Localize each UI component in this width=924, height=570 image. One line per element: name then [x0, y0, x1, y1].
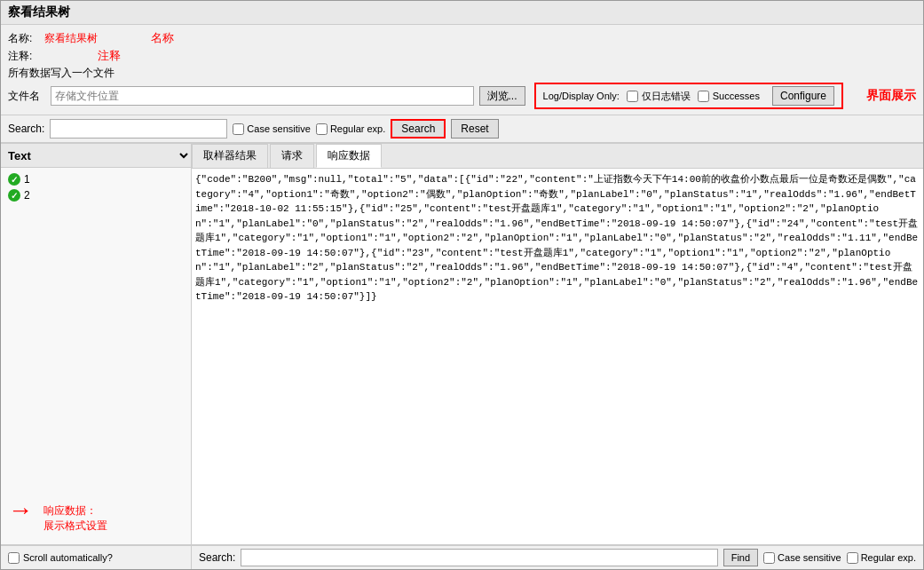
scroll-checkbox-group: Scroll automatically? [8, 552, 113, 564]
reset-button[interactable]: Reset [451, 119, 498, 139]
bottom-regular-label: Regular exp. [861, 552, 916, 563]
log-label: Log/Display Only: [543, 91, 620, 101]
log-display-box: Log/Display Only: 仅日志错误 Successes Config… [534, 83, 843, 109]
scroll-label: Scroll automatically? [23, 552, 113, 563]
successes-checkbox-group: Successes [698, 91, 760, 102]
regular-exp-checkbox[interactable] [316, 123, 328, 135]
tree-item-2[interactable]: ✓ 2 [4, 187, 187, 203]
comment-label: 注释: [8, 49, 39, 64]
text-format-select[interactable]: Text [1, 144, 191, 167]
bottom-regular-checkbox[interactable] [847, 552, 858, 564]
bottom-right-bar: Search: Find Case sensitive Regular exp. [192, 545, 923, 569]
bottom-case-sensitive-group: Case sensitive [763, 552, 841, 564]
title-bar: 察看结果树 [1, 1, 923, 25]
bottom-search-label: Search: [199, 551, 235, 564]
comment-row: 注释: 注释 [8, 48, 916, 64]
successes-label: Successes [713, 91, 760, 101]
main-content: Text ✓ 1 ✓ 2 → 响应数据： 展示格式设置 [1, 143, 923, 544]
bottom-regular-exp-group: Regular exp. [847, 552, 916, 564]
red-arrow-icon: → [8, 496, 33, 525]
comment-placeholder-label: 注释 [98, 48, 121, 64]
annotation-text: 响应数据： 展示格式设置 [36, 500, 115, 537]
interface-label: 界面展示 [866, 88, 916, 104]
left-panel: Text ✓ 1 ✓ 2 → 响应数据： 展示格式设置 [1, 144, 192, 544]
case-sensitive-label: Case sensitive [247, 123, 311, 134]
text-dropdown-row: Text [1, 144, 191, 168]
configure-button[interactable]: Configure [772, 86, 834, 106]
search-button[interactable]: Search [391, 119, 446, 139]
tree-area: ✓ 1 ✓ 2 [1, 168, 191, 493]
browse-button[interactable]: 浏览... [479, 86, 525, 106]
file-name-label: 文件名 [8, 89, 40, 104]
tabs-row: 取样器结果 请求 响应数据 [192, 144, 923, 169]
bottom-case-label: Case sensitive [778, 552, 841, 563]
regular-exp-label: Regular exp. [330, 123, 385, 134]
find-button[interactable]: Find [723, 549, 758, 566]
tree-item-1-label: 1 [24, 173, 30, 186]
regular-exp-group: Regular exp. [316, 123, 385, 135]
window-title: 察看结果树 [8, 4, 70, 19]
tab-request[interactable]: 请求 [270, 144, 314, 168]
tree-icon-1: ✓ [8, 173, 20, 186]
file-row: 文件名 浏览... Log/Display Only: 仅日志错误 Succes… [8, 83, 916, 109]
file-path-input[interactable] [51, 86, 474, 106]
content-area: {"code":"B200","msg":null,"total":"5","d… [192, 169, 923, 544]
case-sensitive-checkbox[interactable] [233, 123, 244, 135]
file-all-label: 所有数据写入一个文件 [8, 66, 916, 81]
bottom-area: Scroll automatically? Search: Find Case … [1, 544, 923, 569]
annotation-area: → 响应数据： 展示格式设置 [1, 493, 191, 544]
name-placeholder-label: 名称 [151, 30, 174, 46]
tab-sampler[interactable]: 取样器结果 [192, 144, 268, 168]
errors-checkbox[interactable] [627, 91, 638, 102]
search-top-label: Search: [8, 123, 44, 135]
name-row: 名称: 察看结果树 名称 [8, 30, 916, 46]
errors-label: 仅日志错误 [642, 90, 691, 103]
tree-item[interactable]: ✓ 1 [4, 171, 187, 187]
tree-item-2-label: 2 [24, 189, 30, 202]
name-value: 察看结果树 [44, 31, 98, 46]
case-sensitive-group: Case sensitive [233, 123, 311, 135]
name-label: 名称: [8, 31, 39, 46]
search-bar: Search: Case sensitive Regular exp. Sear… [1, 115, 923, 143]
scroll-automatically-checkbox[interactable] [8, 552, 20, 564]
bottom-search-input[interactable] [241, 549, 717, 566]
bottom-case-checkbox[interactable] [763, 552, 775, 564]
tree-icon-2: ✓ [8, 189, 20, 202]
errors-checkbox-group: 仅日志错误 [627, 90, 691, 103]
bottom-left-bar: Scroll automatically? [1, 545, 192, 569]
form-section: 名称: 察看结果树 名称 注释: 注释 所有数据写入一个文件 文件名 浏览...… [1, 25, 923, 115]
successes-checkbox[interactable] [698, 91, 709, 102]
right-panel: 取样器结果 请求 响应数据 {"code":"B200","msg":null,… [192, 144, 923, 544]
main-window: 察看结果树 名称: 察看结果树 名称 注释: 注释 所有数据写入一个文件 文件名… [0, 0, 924, 570]
tab-response[interactable]: 响应数据 [316, 144, 382, 168]
search-top-input[interactable] [50, 119, 227, 139]
json-content: {"code":"B200","msg":null,"total":"5","d… [195, 172, 920, 305]
